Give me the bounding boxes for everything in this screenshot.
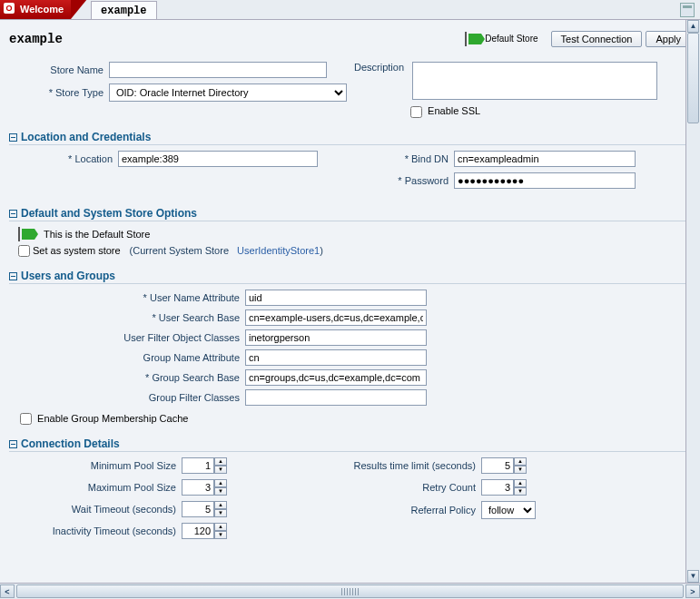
results-limit-label: Results time limit (seconds) — [318, 460, 481, 471]
section-connection-header[interactable]: Connection Details — [9, 437, 691, 452]
oracle-logo-icon: O — [4, 3, 15, 14]
vertical-scrollbar[interactable]: ▲ ▼ — [685, 20, 700, 583]
horizontal-scrollbar[interactable]: < > — [0, 583, 700, 599]
bind-dn-input[interactable] — [454, 151, 636, 167]
wait-timeout-label: Wait Timeout (seconds) — [9, 504, 182, 515]
user-name-attr-input[interactable] — [245, 290, 427, 306]
enable-group-cache-label: Enable Group Membership Cache — [37, 413, 188, 424]
spin-down-icon[interactable]: ▼ — [214, 531, 227, 539]
store-type-label: * Store Type — [9, 87, 109, 98]
collapse-icon — [9, 440, 17, 448]
user-filter-input[interactable] — [245, 329, 427, 346]
page-title: example — [9, 32, 63, 46]
spin-down-icon[interactable]: ▼ — [514, 466, 527, 474]
min-pool-input[interactable] — [182, 457, 214, 474]
content-panel: example Default Store Test Connection Ap… — [0, 20, 700, 583]
password-input[interactable] — [454, 172, 636, 189]
maximize-icon[interactable] — [680, 3, 695, 17]
tab-welcome-label: Welcome — [20, 4, 64, 15]
spin-up-icon[interactable]: ▲ — [514, 479, 527, 487]
store-name-label: Store Name — [9, 64, 109, 75]
min-pool-label: Minimum Pool Size — [9, 460, 182, 471]
group-filter-label: Group Filter Classes — [9, 392, 245, 403]
referral-policy-label: Referral Policy — [318, 505, 481, 516]
spin-down-icon[interactable]: ▼ — [214, 487, 227, 496]
tab-example-label: example — [101, 5, 146, 17]
spin-down-icon[interactable]: ▼ — [214, 509, 227, 517]
spin-up-icon[interactable]: ▲ — [214, 501, 227, 509]
referral-policy-select[interactable]: follow — [481, 501, 536, 519]
collapse-icon — [9, 210, 17, 218]
store-name-input[interactable] — [109, 62, 327, 78]
max-pool-label: Maximum Pool Size — [9, 482, 182, 493]
max-pool-input[interactable] — [182, 479, 214, 496]
tab-welcome[interactable]: O Welcome — [0, 0, 71, 19]
group-name-attr-label: Group Name Attribute — [9, 352, 245, 363]
retry-count-input[interactable] — [481, 479, 514, 496]
group-search-base-input[interactable] — [245, 369, 427, 386]
set-system-store-label: Set as system store — [33, 245, 121, 256]
flag-icon — [22, 229, 35, 240]
tab-bar: O Welcome example — [0, 0, 700, 20]
bind-dn-label: * Bind DN — [336, 153, 454, 164]
spin-down-icon[interactable]: ▼ — [214, 466, 227, 474]
spin-up-icon[interactable]: ▲ — [214, 523, 227, 531]
default-store-indicator: This is the Default Store — [18, 227, 691, 241]
results-limit-input[interactable] — [481, 457, 514, 474]
password-label: * Password — [336, 175, 454, 186]
set-system-store-checkbox[interactable] — [18, 245, 30, 257]
title-bar: example Default Store Test Connection Ap… — [9, 25, 691, 53]
user-filter-label: User Filter Object Classes — [9, 332, 245, 343]
section-defaults-header[interactable]: Default and System Store Options — [9, 207, 691, 221]
apply-button[interactable]: Apply — [646, 31, 691, 47]
spin-up-icon[interactable]: ▲ — [214, 457, 227, 466]
user-search-base-label: * User Search Base — [9, 312, 245, 323]
scroll-right-icon[interactable]: > — [685, 584, 700, 598]
spin-up-icon[interactable]: ▲ — [214, 479, 227, 487]
scroll-left-icon[interactable]: < — [0, 584, 15, 598]
section-users-groups-header[interactable]: Users and Groups — [9, 270, 691, 284]
collapse-icon — [9, 133, 17, 142]
enable-ssl-label: Enable SSL — [428, 105, 480, 116]
current-system-store-link[interactable]: UserIdentityStore1 — [237, 245, 320, 256]
scroll-down-icon[interactable]: ▼ — [687, 570, 699, 583]
test-connection-button[interactable]: Test Connection — [551, 31, 643, 47]
user-search-base-input[interactable] — [245, 309, 427, 326]
section-location-header[interactable]: Location and Credentials — [9, 131, 691, 145]
description-label: Description — [354, 62, 409, 73]
group-name-attr-input[interactable] — [245, 349, 427, 366]
wait-timeout-input[interactable] — [182, 501, 214, 517]
enable-ssl-checkbox[interactable] — [410, 106, 422, 118]
tab-example[interactable]: example — [91, 1, 156, 19]
inactivity-timeout-input[interactable] — [182, 523, 214, 539]
location-input[interactable] — [118, 151, 318, 167]
spin-up-icon[interactable]: ▲ — [514, 457, 527, 466]
flag-icon-pole — [465, 32, 467, 46]
user-name-attr-label: * User Name Attribute — [9, 292, 245, 303]
retry-count-label: Retry Count — [318, 482, 481, 493]
current-system-store-text: (Current System Store UserIdentityStore1… — [130, 245, 323, 256]
scroll-thumb[interactable] — [687, 33, 699, 123]
group-search-base-label: * Group Search Base — [9, 372, 245, 383]
inactivity-timeout-label: Inactivity Timeout (seconds) — [9, 525, 182, 536]
scroll-thumb[interactable] — [16, 584, 684, 598]
flag-icon — [468, 34, 481, 44]
scroll-up-icon[interactable]: ▲ — [687, 20, 699, 33]
default-store-label: Default Store — [485, 34, 537, 44]
description-textarea[interactable] — [412, 62, 657, 100]
location-label: * Location — [9, 153, 118, 164]
enable-group-cache-checkbox[interactable] — [20, 413, 32, 425]
group-filter-input[interactable] — [245, 389, 427, 406]
store-type-select[interactable]: OID: Oracle Internet Directory — [109, 83, 347, 102]
spin-down-icon[interactable]: ▼ — [514, 487, 527, 496]
collapse-icon — [9, 272, 17, 280]
